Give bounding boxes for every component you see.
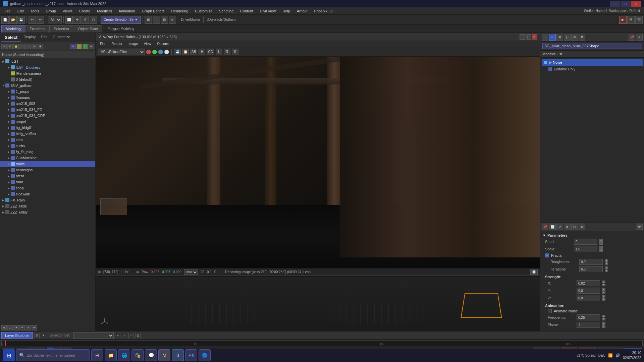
vfb-menu-view[interactable]: View [141, 41, 154, 47]
menu-modifiers[interactable]: Modifiers [94, 7, 115, 14]
taskbar-explorer[interactable]: 📁 [105, 349, 117, 361]
geo-type-btn[interactable]: □ [7, 325, 13, 330]
tab-edit[interactable]: Edit [38, 35, 50, 42]
tree-item-rendercam[interactable]: !Rendercamera [0, 70, 95, 76]
phase-value[interactable]: 1 [577, 322, 600, 328]
vfb-copy-btn[interactable]: 📋 [182, 49, 189, 55]
rotate-btn[interactable]: ↺ [82, 16, 89, 24]
open-btn[interactable]: 📂 [9, 16, 17, 24]
menu-arnold[interactable]: Arnold [293, 7, 311, 14]
material-editor-btn[interactable]: M [627, 16, 635, 24]
roughness-spinner[interactable]: ▲ ▼ [605, 259, 608, 265]
tab-freeform[interactable]: Freeform [25, 25, 49, 33]
phase-up[interactable]: ▲ [602, 322, 605, 325]
vfb-color-correct-btn[interactable]: CC [207, 49, 214, 55]
menu-help[interactable]: Help [279, 7, 293, 14]
tree-item-neonsigns[interactable]: ▶ neonsigns [0, 167, 95, 173]
maximize-button[interactable]: □ [621, 1, 631, 7]
menu-content[interactable]: Content [237, 7, 257, 14]
motion-icon[interactable]: ▷ [564, 34, 571, 41]
scale-value[interactable]: 1,0 [574, 246, 597, 252]
menu-edit[interactable]: Edit [14, 7, 27, 14]
tree-item-bldg-steffen[interactable]: ▶ bldg_steffen [0, 131, 95, 137]
search-bar[interactable]: 🔍 Zur Suche Text hier eingeben [16, 349, 90, 361]
taskbar-edge[interactable]: 🌐 [118, 349, 130, 361]
y-spinner[interactable]: ▲ ▼ [602, 288, 605, 294]
pin-stack-icon[interactable]: 📌 [629, 34, 635, 41]
light-filter-btn[interactable]: L [76, 44, 82, 49]
y-up[interactable]: ▲ [602, 288, 605, 291]
mod-move-icon[interactable]: ↗ [556, 224, 563, 230]
object-name-display[interactable]: 5G_pillar_mesh_pillar_007Shape [542, 43, 642, 49]
expand-icon-btn[interactable]: ⊞ [38, 44, 43, 49]
color-dot-red[interactable] [146, 50, 151, 54]
mirror-btn[interactable]: ⬛ [153, 16, 160, 24]
vfb-menu-image[interactable]: Image [126, 41, 141, 47]
cam-type-btn[interactable]: 📷 [19, 325, 25, 330]
geo-filter-btn[interactable]: G [70, 44, 76, 49]
vfb-colorspace-select[interactable]: HSV [184, 269, 198, 275]
render-btn[interactable]: ▶ [619, 16, 627, 24]
create-selection-btn[interactable]: Create Selection Se ▼ [101, 16, 141, 24]
tab-customize[interactable]: Customize [50, 35, 73, 42]
tree-item-curbs[interactable]: ▶ curbs [0, 143, 95, 149]
menu-civil-view[interactable]: Civil View [257, 7, 279, 14]
tree-item-sidewalk[interactable]: ▶ sidewalk [0, 191, 95, 197]
menu-phoenix[interactable]: Phoenix FD [311, 7, 337, 14]
phase-spinner[interactable]: ▲ ▼ [602, 322, 605, 328]
vfb-maximize-btn[interactable]: □ [526, 34, 531, 40]
tree-item-bg-bldg[interactable]: ▶ bg_bldg01 [0, 125, 95, 131]
tree-item-default[interactable]: 0 (default) [0, 76, 95, 82]
menu-file[interactable]: File [1, 7, 14, 14]
mod-rotate-icon[interactable]: ↺ [564, 224, 571, 230]
taskbar-app1[interactable]: 🎭 [131, 349, 144, 361]
vfb-save-btn[interactable]: 💾 [174, 49, 181, 55]
iterations-down[interactable]: ▼ [605, 269, 608, 272]
tree-item-gunmachine[interactable]: ▶ GunMachine [0, 155, 95, 161]
iterations-value[interactable]: 6,0 [579, 266, 603, 272]
mod-pin-icon[interactable]: 📌 [542, 224, 548, 230]
scale-btn[interactable]: ⬡ [90, 16, 97, 24]
color-dot-white[interactable] [164, 50, 169, 54]
modify-icon[interactable]: ⊙ [549, 34, 556, 41]
menu-customize[interactable]: Customize [192, 7, 216, 14]
tree-item-cars[interactable]: ▶ cars [0, 137, 95, 143]
freq-down[interactable]: ▼ [602, 318, 605, 320]
cam-filter-btn[interactable]: C [83, 44, 88, 49]
select-btn[interactable]: ⬜ [65, 16, 73, 24]
scale-down[interactable]: ▼ [599, 249, 603, 252]
lock-icon-btn[interactable]: 🔒 [13, 44, 19, 49]
color-dot-green[interactable] [152, 50, 157, 54]
z-up[interactable]: ▲ [602, 295, 605, 298]
bottom-3d-viewport[interactable]: Perspective [96, 276, 540, 331]
x-value[interactable]: 0,02 [577, 280, 600, 286]
tree-item-lgt[interactable]: ▶ !LGT [0, 58, 95, 64]
menu-views[interactable]: Views [59, 7, 76, 14]
seed-spinner[interactable]: ▲ ▼ [599, 239, 603, 245]
vfb-stamp-btn[interactable]: S [232, 49, 238, 55]
vfb-close-btn[interactable]: ✕ [532, 34, 537, 40]
all-filter-btn[interactable]: ◈ [1, 325, 7, 330]
tree-item-props[interactable]: ▶ 1_props [0, 88, 95, 95]
modifier-editable-poly[interactable]: Editable Poly [542, 66, 643, 72]
scale-spinner[interactable]: ▲ ▼ [599, 246, 603, 252]
scale-up[interactable]: ▲ [599, 246, 603, 249]
snap-btn[interactable]: ⊞ [145, 16, 152, 24]
close-button[interactable]: ✕ [631, 1, 641, 7]
y-down[interactable]: ▼ [602, 291, 605, 294]
tree-item-ampel[interactable]: ▶ ampel [0, 119, 95, 125]
x-down[interactable]: ▼ [602, 284, 605, 286]
tree-item-env[interactable]: ▼ ENV_gotham [0, 82, 95, 88]
vfb-expand-btn[interactable]: ⬜ [530, 269, 538, 275]
time-slider[interactable]: 0 50 100 150 [1, 340, 643, 346]
roughness-up[interactable]: ▲ [605, 259, 608, 262]
tree-item-pferd[interactable]: ▶ pferd [0, 173, 95, 179]
freq-value[interactable]: 0,25 [577, 314, 600, 320]
menu-group[interactable]: Group [42, 7, 59, 14]
taskbar-app2[interactable]: 💬 [145, 349, 157, 361]
menu-animation[interactable]: Animation [115, 7, 139, 14]
layer-explorer-tab[interactable]: Layer Explorer [1, 332, 33, 339]
animate-noise-checkbox[interactable] [548, 309, 552, 313]
mod-param-icon[interactable]: ≡ [579, 224, 585, 230]
move-btn[interactable]: ✛ [73, 16, 81, 24]
